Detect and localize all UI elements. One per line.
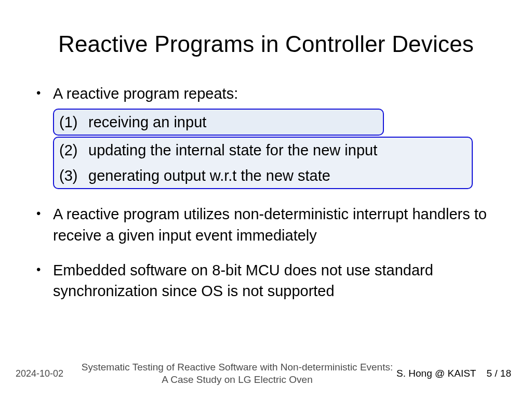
bullet-1: • A reactive program repeats: (36, 83, 496, 104)
bullet-marker: • (36, 83, 53, 104)
bullet-2: • A reactive program utilizes non-determ… (36, 204, 496, 246)
footer-page: 5 / 18 (486, 368, 511, 379)
bullet-text: Embedded software on 8-bit MCU does not … (53, 260, 496, 302)
step-1: (1) receiving an input (54, 110, 383, 135)
footer-author: S. Hong @ KAIST (396, 368, 476, 379)
bullet-text: A reactive program repeats: (53, 83, 496, 104)
slide-footer: 2024-10-02 Systematic Testing of Reactiv… (0, 361, 532, 387)
footer-title-line2: A Case Study on LG Electric Oven (162, 374, 312, 385)
step-number: (3) (59, 165, 88, 187)
bullet-3: • Embedded software on 8-bit MCU does no… (36, 260, 496, 302)
bullet-text: A reactive program utilizes non-determin… (53, 204, 496, 246)
step-text: generating output w.r.t the new state (88, 165, 467, 187)
slide-title: Reactive Programs in Controller Devices (36, 31, 496, 57)
slide-content: • A reactive program repeats: (1) receiv… (36, 83, 496, 302)
bullet-marker: • (36, 204, 53, 246)
highlight-box-1: (1) receiving an input (53, 109, 384, 136)
step-text: updating the internal state for the new … (88, 140, 467, 161)
step-number: (2) (59, 140, 88, 161)
step-2: (2) updating the internal state for the … (54, 138, 472, 163)
highlight-box-2: (2) updating the internal state for the … (53, 137, 473, 189)
footer-title: Systematic Testing of Reactive Software … (78, 361, 396, 387)
slide: Reactive Programs in Controller Devices … (0, 0, 532, 399)
step-number: (1) (59, 112, 88, 133)
step-3: (3) generating output w.r.t the new stat… (54, 163, 472, 189)
footer-date: 2024-10-02 (16, 368, 78, 379)
step-text: receiving an input (88, 112, 378, 133)
bullet-marker: • (36, 260, 53, 302)
numbered-steps: (1) receiving an input (2) updating the … (53, 109, 496, 190)
footer-title-line1: Systematic Testing of Reactive Software … (82, 362, 393, 373)
